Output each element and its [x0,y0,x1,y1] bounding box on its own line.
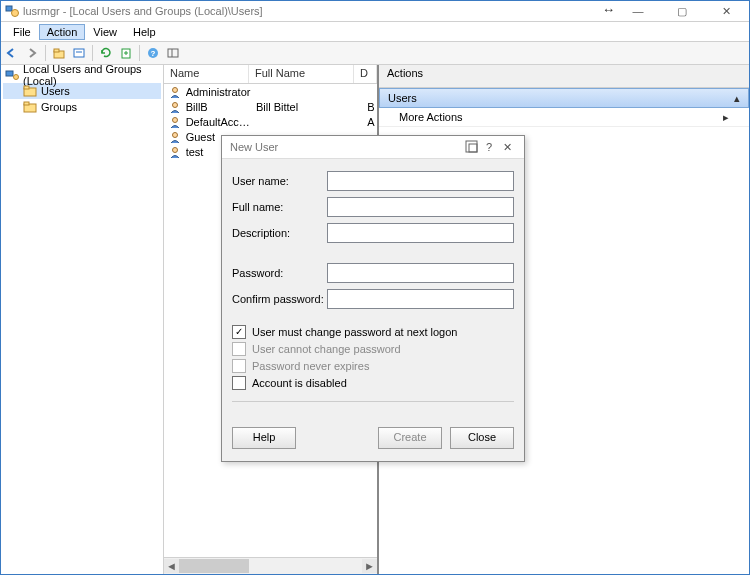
fullname-label: Full name: [232,201,327,213]
create-button[interactable]: Create [378,427,442,449]
user-icon [168,100,182,114]
folder-icon [23,85,37,97]
dialog-title: New User [230,141,462,153]
neverexpires-label: Password never expires [252,360,369,372]
help-button[interactable]: Help [232,427,296,449]
list-item[interactable]: BillBBill BittelB [164,99,377,114]
svg-rect-22 [466,141,477,152]
tree-root[interactable]: Local Users and Groups (Local) [3,67,161,83]
fullname-input[interactable] [327,197,514,217]
svg-rect-23 [469,144,477,152]
chevron-up-icon: ▴ [734,92,740,105]
dialog-icon[interactable] [462,140,480,155]
separator [45,45,46,61]
description-input[interactable] [327,223,514,243]
description-label: Description: [232,227,327,239]
scrollbar[interactable]: ◄ ► [164,557,377,574]
tree-root-label: Local Users and Groups (Local) [23,63,161,87]
refresh-button[interactable] [97,44,115,62]
mustchange-label: User must change password at next logon [252,326,457,338]
username-label: User name: [232,175,327,187]
window-title: lusrmgr - [Local Users and Groups (Local… [23,5,625,17]
svg-rect-3 [54,49,59,52]
confirm-input[interactable] [327,289,514,309]
scroll-left-icon[interactable]: ◄ [164,559,179,573]
dialog-help-icon[interactable]: ? [480,141,498,153]
actions-users[interactable]: Users ▴ [379,88,749,108]
close-button[interactable]: ✕ [713,5,739,18]
cannotchange-checkbox: User cannot change password [232,340,514,357]
minimize-button[interactable]: — [625,5,651,18]
svg-point-18 [172,102,177,107]
confirm-label: Confirm password: [232,293,327,305]
svg-point-17 [172,87,177,92]
actions-more[interactable]: More Actions ▸ [379,108,749,127]
actions-users-label: Users [388,92,417,104]
show-hide-button[interactable] [164,44,182,62]
user-icon [168,85,182,99]
col-fullname[interactable]: Full Name [249,65,354,83]
disabled-label: Account is disabled [252,377,347,389]
new-user-dialog: New User ? ✕ User name: Full name: Descr… [221,135,525,462]
up-button[interactable] [50,44,68,62]
neverexpires-checkbox: Password never expires [232,357,514,374]
svg-rect-9 [168,49,178,57]
user-icon [168,130,182,144]
close-dialog-button[interactable]: Close [450,427,514,449]
menu-file[interactable]: File [5,24,39,40]
svg-point-20 [172,132,177,137]
actions-more-label: More Actions [399,111,463,123]
back-button[interactable] [3,44,21,62]
password-label: Password: [232,267,327,279]
tree-users-label: Users [41,85,70,97]
col-desc[interactable]: D [354,65,377,83]
col-name[interactable]: Name [164,65,249,83]
computer-icon [5,69,19,81]
scroll-right-icon[interactable]: ► [362,559,377,573]
svg-point-21 [172,147,177,152]
username-input[interactable] [327,171,514,191]
user-icon [168,145,182,159]
export-button[interactable] [117,44,135,62]
dialog-close-icon[interactable]: ✕ [498,141,516,154]
cannotchange-label: User cannot change password [252,343,401,355]
menu-help[interactable]: Help [125,24,164,40]
list-item[interactable]: Administrator [164,84,377,99]
svg-rect-4 [74,49,84,57]
mustchange-checkbox[interactable]: ✓User must change password at next logon [232,323,514,340]
chevron-right-icon: ▸ [723,111,729,124]
svg-point-12 [14,75,19,80]
svg-rect-11 [6,71,13,76]
list-item[interactable]: DefaultAcco...A [164,114,377,129]
separator [92,45,93,61]
forward-button[interactable] [23,44,41,62]
separator [139,45,140,61]
scroll-thumb[interactable] [179,559,249,573]
move-icon: ↔ [602,2,615,17]
user-icon [168,115,182,129]
svg-rect-14 [24,86,29,89]
separator [232,401,514,402]
password-input[interactable] [327,263,514,283]
properties-button[interactable] [70,44,88,62]
svg-rect-0 [6,6,12,11]
menu-view[interactable]: View [85,24,125,40]
svg-text:?: ? [151,49,156,58]
tree-groups[interactable]: Groups [3,99,161,115]
svg-point-1 [12,10,19,17]
disabled-checkbox[interactable]: Account is disabled [232,374,514,391]
maximize-button[interactable]: ▢ [669,5,695,18]
app-icon [5,4,19,18]
svg-point-19 [172,117,177,122]
tree-groups-label: Groups [41,101,77,113]
svg-rect-16 [24,102,29,105]
menu-action[interactable]: Action [39,24,86,40]
folder-icon [23,101,37,113]
actions-header: Actions [379,65,749,88]
help-button[interactable]: ? [144,44,162,62]
